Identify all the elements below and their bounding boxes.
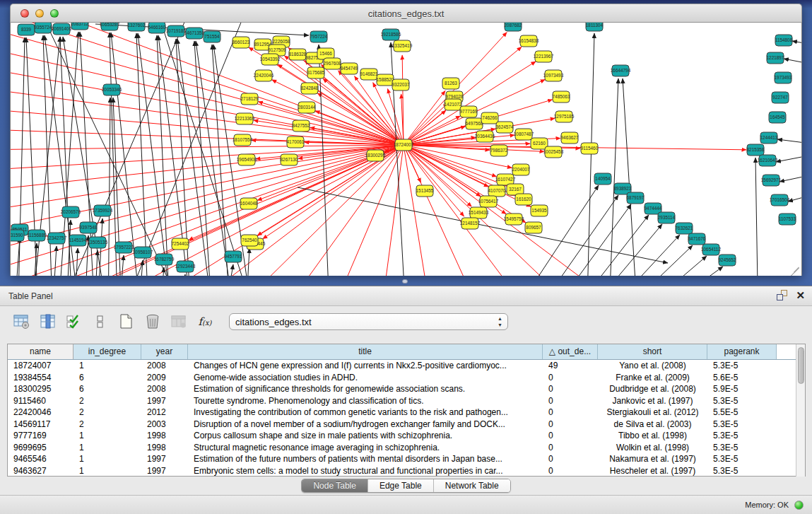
graph-node[interactable]: 8339 — [18, 24, 35, 35]
cell-title[interactable]: Estimation of significance thresholds fo… — [188, 383, 543, 395]
graph-node[interactable]: 1107533 — [779, 214, 796, 225]
graph-node[interactable]: 809657 — [525, 222, 542, 233]
cell-short[interactable]: Jankovic et al. (1997) — [598, 395, 707, 407]
graph-node[interactable]: 18300295 — [365, 150, 386, 161]
cell-in_degree[interactable]: 2 — [73, 395, 141, 407]
graph-node[interactable]: 8186328 — [289, 49, 307, 60]
cell-year[interactable]: 1997 — [141, 395, 188, 407]
cell-name[interactable]: 19384554 — [8, 372, 73, 384]
graph-node[interactable]: 161620 — [515, 194, 532, 205]
graph-node[interactable]: 9245652 — [719, 255, 736, 266]
graph-node[interactable]: 8471676 — [688, 233, 706, 245]
cell-out_de[interactable]: 0 — [543, 407, 598, 419]
splitter-handle[interactable] — [402, 279, 408, 284]
cell-year[interactable]: 2008 — [141, 383, 188, 395]
graph-node[interactable]: 8427552 — [293, 120, 310, 132]
graph-node[interactable]: 8267130 — [281, 154, 298, 165]
graph-node[interactable]: 751554 — [204, 31, 220, 42]
window-resize-grip[interactable] — [789, 264, 799, 274]
cell-name[interactable]: 9465546 — [8, 453, 73, 465]
graph-node[interactable]: 10958107 — [133, 247, 153, 258]
graph-node[interactable]: 18107554 — [233, 134, 253, 146]
cell-pagerank[interactable]: 5.6E-5 — [707, 372, 777, 384]
rows-button[interactable] — [88, 311, 112, 332]
column-header-name[interactable]: name — [8, 344, 73, 359]
graph-node[interactable]: 2204007 — [512, 164, 530, 175]
cell-out_de[interactable]: 0 — [543, 442, 598, 454]
graph-node[interactable]: 6466160 — [148, 23, 166, 33]
graph-node[interactable]: 4107070 — [488, 185, 506, 197]
graph-node[interactable]: 12148157 — [460, 218, 481, 229]
cell-title[interactable]: Embryonic stem cells: a model to study s… — [188, 465, 543, 477]
cell-out_de[interactable]: 0 — [543, 419, 598, 431]
function-builder-button[interactable]: f(x) — [193, 311, 217, 332]
graph-node[interactable]: 19654908 — [237, 154, 257, 165]
cell-name[interactable]: 9115460 — [8, 395, 73, 407]
cell-name[interactable]: 18724007 — [8, 360, 73, 372]
graph-node[interactable]: 11156889 — [27, 230, 47, 241]
graph-node[interactable]: 10973493 — [543, 70, 564, 81]
graph-node[interactable]: 154935 — [531, 205, 548, 216]
graph-node[interactable]: 2967608 — [324, 58, 341, 69]
graph-node[interactable]: 10807487 — [514, 129, 534, 140]
table-row[interactable]: 946554611997Estimation of the future num… — [8, 453, 805, 465]
graph-node[interactable]: 20691406 — [52, 23, 72, 35]
row-selection-button[interactable] — [62, 311, 86, 332]
table-row[interactable]: 1872400712008Changes of HCN gene express… — [8, 360, 805, 372]
cell-pagerank[interactable]: 5.9E-5 — [707, 383, 777, 395]
cell-in_degree[interactable]: 2 — [73, 419, 141, 431]
graph-node[interactable]: 17016504 — [770, 194, 790, 206]
graph-node[interactable]: 1221897 — [767, 52, 784, 64]
table-row[interactable]: 911546021997Tourette syndrome. Phenomeno… — [8, 395, 805, 407]
graph-node[interactable]: 12975185 — [554, 111, 575, 122]
graph-node[interactable]: 1145194 — [69, 235, 87, 246]
cell-year[interactable]: 2012 — [141, 407, 188, 419]
cell-title[interactable]: Disruption of a novel member of a sodium… — [188, 419, 543, 431]
graph-node[interactable]: 1811304 — [586, 23, 604, 31]
graph-node[interactable]: 8242848 — [301, 83, 319, 94]
graph-node[interactable]: 10543392 — [260, 54, 281, 65]
cell-name[interactable]: 18300295 — [8, 383, 73, 395]
delete-button[interactable] — [141, 311, 165, 332]
graph-node[interactable]: 12213967 — [534, 51, 554, 62]
cell-short[interactable]: Yano et al. (2008) — [598, 360, 707, 372]
graph-node[interactable]: 8660123 — [233, 37, 250, 48]
cell-title[interactable]: Tourette syndrome. Phenomenology and cla… — [188, 395, 543, 407]
cell-in_degree[interactable]: 1 — [73, 453, 141, 465]
graph-node[interactable]: 9397548 — [80, 222, 98, 233]
table-row[interactable]: 2242004622012Investigating the contribut… — [8, 407, 805, 419]
cell-short[interactable]: Dudbridge et al. (2008) — [598, 383, 707, 395]
cell-out_de[interactable]: 0 — [543, 465, 598, 477]
graph-node[interactable]: 10719185 — [166, 25, 187, 37]
graph-node[interactable]: 7254402 — [172, 238, 189, 250]
cell-pagerank[interactable]: 5.3E-5 — [707, 430, 777, 442]
cell-out_de[interactable]: 0 — [543, 395, 598, 407]
memory-status-led[interactable] — [794, 501, 804, 510]
close-panel-icon[interactable]: ✕ — [796, 290, 805, 300]
cell-in_degree[interactable]: 1 — [73, 465, 141, 477]
column-header-year[interactable]: year — [141, 344, 188, 359]
cell-short[interactable]: Nakamura et al. (1997) — [598, 453, 707, 465]
graph-node[interactable]: 12342757 — [47, 233, 67, 244]
graph-node[interactable]: 746266 — [481, 112, 498, 124]
column-header-pagerank[interactable]: pagerank — [707, 344, 777, 359]
cell-year[interactable]: 1997 — [141, 465, 188, 477]
graph-node[interactable]: 12213369 — [235, 113, 255, 124]
column-header-out_de[interactable]: △ out_de... — [543, 344, 598, 359]
window-titlebar[interactable]: citations_edges.txt — [10, 4, 802, 23]
graph-node[interactable]: 922747 — [772, 92, 789, 103]
graph-node[interactable]: 7485063 — [553, 91, 570, 103]
column-header-short[interactable]: short — [598, 344, 707, 359]
cell-year[interactable]: 1997 — [141, 453, 188, 465]
cell-in_degree[interactable]: 6 — [73, 372, 141, 384]
graph-node[interactable]: 8454749 — [341, 63, 358, 74]
graph-node[interactable]: 13505135 — [88, 237, 108, 248]
graph-node[interactable]: 10654112 — [701, 244, 721, 255]
column-header-in_degree[interactable]: in_degree — [73, 344, 141, 359]
graph-node[interactable]: 20053346 — [102, 84, 122, 95]
cell-pagerank[interactable]: 5.3E-5 — [707, 360, 777, 372]
network-view[interactable]: 1872400786601238912954222605891275091054… — [10, 23, 802, 276]
cell-title[interactable]: Estimation of the future numbers of pati… — [188, 453, 543, 465]
cell-year[interactable]: 2008 — [141, 360, 188, 372]
cell-name[interactable]: 9777169 — [8, 430, 73, 442]
